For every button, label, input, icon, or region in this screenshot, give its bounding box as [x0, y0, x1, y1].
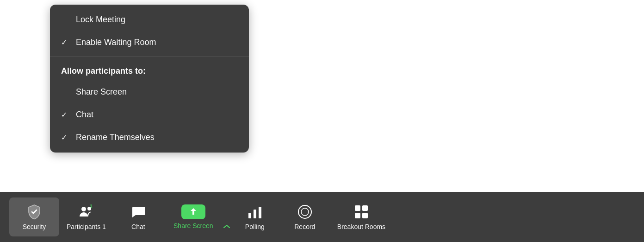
- chat-check: ✓: [61, 110, 70, 119]
- share-screen-chevron[interactable]: [223, 197, 230, 236]
- security-icon: [26, 204, 43, 220]
- toolbar-record[interactable]: Record: [280, 197, 330, 236]
- svg-rect-4: [254, 210, 256, 218]
- chat-label: Chat: [131, 223, 145, 230]
- chevron-up-icon: [223, 223, 230, 230]
- rename-label: Rename Themselves: [76, 133, 155, 142]
- participants-label: Participants 1: [67, 223, 106, 230]
- participant-chat-item[interactable]: ✓ Chat: [50, 103, 249, 126]
- participant-share-screen-item[interactable]: ✓ Share Screen: [50, 81, 249, 103]
- enable-waiting-room-check: ✓: [61, 38, 70, 47]
- chat-icon: [130, 204, 147, 220]
- breakout-rooms-label: Breakout Rooms: [337, 223, 385, 230]
- menu-divider: [50, 57, 249, 57]
- toolbar-share-screen[interactable]: Share Screen: [163, 197, 223, 236]
- svg-rect-5: [259, 207, 261, 218]
- svg-rect-3: [248, 213, 251, 218]
- svg-text:1: 1: [90, 204, 93, 209]
- security-dropdown: ✓ Lock Meeting ✓ Enable Waiting Room All…: [50, 5, 249, 153]
- svg-point-6: [298, 205, 311, 218]
- record-icon: [297, 204, 313, 220]
- svg-rect-9: [362, 205, 368, 211]
- svg-rect-8: [355, 205, 360, 211]
- svg-rect-10: [355, 213, 360, 218]
- main-area: ✓ Lock Meeting ✓ Enable Waiting Room All…: [0, 0, 644, 192]
- record-label: Record: [294, 223, 315, 230]
- breakout-rooms-icon: [353, 204, 370, 220]
- polling-label: Polling: [245, 223, 265, 230]
- rename-themselves-item[interactable]: ✓ Rename Themselves: [50, 126, 249, 149]
- lock-meeting-label: Lock Meeting: [76, 15, 125, 25]
- security-label: Security: [23, 223, 46, 230]
- share-screen-icon: [186, 206, 201, 217]
- rename-check: ✓: [61, 133, 70, 142]
- polling-icon: [247, 204, 263, 220]
- svg-rect-11: [362, 213, 368, 218]
- toolbar-security[interactable]: Security: [9, 197, 59, 236]
- participants-icon: 1: [78, 204, 94, 220]
- toolbar-chat[interactable]: Chat: [113, 197, 163, 236]
- enable-waiting-room-item[interactable]: ✓ Enable Waiting Room: [50, 31, 249, 54]
- svg-point-0: [81, 207, 86, 211]
- section-header: Allow participants to:: [50, 60, 249, 81]
- enable-waiting-room-label: Enable Waiting Room: [76, 38, 156, 47]
- toolbar-participants[interactable]: 1 Participants 1: [59, 197, 113, 236]
- toolbar-polling[interactable]: Polling: [230, 197, 280, 236]
- toolbar-share-screen-group: Share Screen: [163, 197, 230, 236]
- svg-point-7: [301, 208, 309, 216]
- lock-meeting-item[interactable]: ✓ Lock Meeting: [50, 8, 249, 31]
- share-screen-label: Share Screen: [173, 222, 213, 229]
- toolbar: Security 1 Participants 1 Chat Share Scr…: [0, 192, 644, 242]
- chat-label: Chat: [76, 110, 93, 120]
- toolbar-breakout-rooms[interactable]: Breakout Rooms: [330, 197, 393, 236]
- share-screen-label: Share Screen: [76, 87, 127, 97]
